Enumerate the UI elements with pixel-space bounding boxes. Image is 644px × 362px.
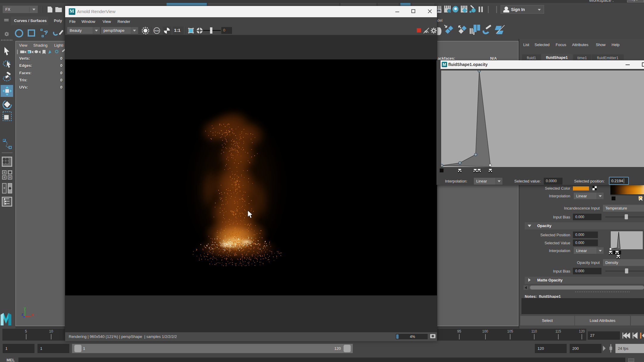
svg-text:y: y <box>24 307 26 310</box>
svg-text:z: z <box>21 312 23 317</box>
svg-text:x: x <box>32 312 34 317</box>
svg-text:RGB: RGB <box>154 30 159 32</box>
